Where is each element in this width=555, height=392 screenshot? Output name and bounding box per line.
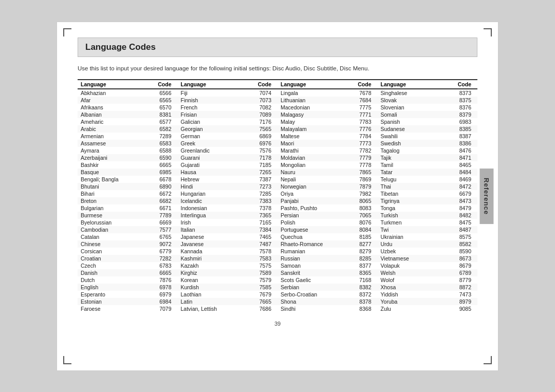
table-row: Sudanese8385 [378, 125, 478, 133]
language-cell: Macedonian [278, 104, 345, 111]
table-row: Greek6976 [178, 140, 278, 147]
language-table-1: LanguageCodeFiji7074Finnish7073French708… [178, 79, 278, 312]
language-cell: Telugu [378, 176, 445, 183]
intro-text: Use this list to input your desired lang… [78, 64, 477, 73]
language-cell: Oriya [278, 190, 345, 197]
language-cell: Estonian [78, 298, 144, 305]
table-row: Singhalese8373 [378, 89, 478, 97]
table-row: Afar6565 [78, 97, 178, 104]
language-cell: Japanese [178, 233, 245, 240]
code-cell: 8076 [345, 219, 377, 226]
table-row: Interlingua7365 [178, 212, 278, 219]
language-cell: Rhaeto-Romance [278, 240, 345, 248]
table-row: Moldavian7779 [278, 154, 378, 161]
code-cell: 8372 [345, 291, 377, 298]
table-row: Hungarian7285 [178, 190, 278, 197]
table-row: Uzbek8590 [378, 248, 478, 255]
code-cell: 7565 [245, 125, 278, 133]
table-row: English6978 [78, 284, 178, 291]
language-cell: Abkhazian [78, 89, 144, 97]
code-cell: 6869 [245, 133, 278, 140]
table-row: Tonga8479 [378, 204, 478, 212]
language-cell: Twi [378, 226, 445, 233]
language-cell: Galician [178, 118, 245, 125]
language-cell: Sanskrit [278, 269, 345, 276]
language-cell: Samoan [278, 262, 345, 269]
table-row: Malayalam7776 [278, 125, 378, 133]
language-cell: Laothian [178, 291, 245, 298]
language-cell: Tatar [378, 169, 445, 176]
table-row: Bashkir6665 [78, 161, 178, 169]
code-cell: 8590 [445, 248, 477, 255]
table-row: Hebrew7387 [178, 176, 278, 183]
language-cell: Irish [178, 219, 245, 226]
table-row: Indonesian7378 [178, 204, 278, 212]
language-cell: Albanian [78, 111, 144, 118]
code-cell: 7073 [245, 97, 278, 104]
code-cell: 6682 [144, 197, 177, 204]
code-cell: 8673 [445, 255, 477, 262]
table-row: Javanese7487 [178, 240, 278, 248]
code-cell: 8185 [345, 233, 377, 240]
table-row: Frisian7089 [178, 111, 278, 118]
code-cell: 8469 [445, 176, 477, 183]
language-cell: Afrikaans [78, 104, 144, 111]
table-row: Yoruba8979 [378, 298, 478, 305]
code-cell: 7583 [245, 255, 278, 262]
table-row: Faroese7079 [78, 305, 178, 312]
table-row: Ukrainian8575 [378, 233, 478, 240]
code-cell: 8379 [445, 111, 477, 118]
code-cell: 8679 [445, 262, 477, 269]
table-row: Samoan8377 [278, 262, 378, 269]
language-cell: Lingala [278, 89, 345, 97]
language-cell: Aymara [78, 147, 144, 154]
code-cell: 7383 [245, 197, 278, 204]
table-row: Slovenian8376 [378, 104, 478, 111]
language-cell: Uzbek [378, 248, 445, 255]
code-cell: 7575 [245, 262, 278, 269]
page-container: Reference Language Codes Use this list t… [57, 22, 498, 371]
table-row: Portuguese8084 [278, 226, 378, 233]
language-cell: Tigrinya [378, 197, 445, 204]
table-row: Bengali; Bangla6678 [78, 176, 178, 183]
code-cell: 8386 [445, 140, 477, 147]
table-row: Lingala7678 [278, 89, 378, 97]
language-cell: Polish [278, 219, 345, 226]
language-cell: Assamese [78, 140, 144, 147]
language-cell: Turkish [378, 212, 445, 219]
language-cell: Chinese [78, 240, 144, 248]
code-cell: 7585 [245, 284, 278, 291]
table-container: LanguageCodeAbkhazian6566Afar6565Afrikaa… [78, 79, 477, 312]
code-cell: 8083 [345, 204, 377, 212]
page-number: 39 [78, 321, 477, 327]
language-cell: Scots Gaelic [278, 276, 345, 284]
language-cell: Wolof [378, 276, 445, 284]
language-cell: Byelorussian [78, 219, 144, 226]
code-cell: 7578 [245, 248, 278, 255]
language-cell: Guarani [178, 154, 245, 161]
language-cell: Maltese [278, 133, 345, 140]
code-cell: 7684 [345, 97, 377, 104]
table-row: Ameharic6577 [78, 118, 178, 125]
language-cell: Latvian, Lettish [178, 305, 245, 312]
code-cell: 6979 [144, 291, 177, 298]
language-cell: Swahili [378, 133, 445, 140]
table-row: Sindhi8368 [278, 305, 378, 312]
table-row: Vietnamese8673 [378, 255, 478, 262]
language-cell: Fiji [178, 89, 245, 97]
language-cell: Burmese [78, 212, 144, 219]
reference-tab: Reference [480, 169, 494, 224]
table-row: Japanese7465 [178, 233, 278, 240]
language-cell: Icelandic [178, 197, 245, 204]
code-cell: 8285 [345, 255, 377, 262]
code-cell: 6672 [144, 190, 177, 197]
language-cell: Xhosa [378, 284, 445, 291]
language-cell: Georgian [178, 125, 245, 133]
language-cell: Quechua [278, 233, 345, 240]
code-cell: 7577 [144, 226, 177, 233]
language-cell: Catalan [78, 233, 144, 240]
language-cell: Kashmiri [178, 255, 245, 262]
code-cell: 8375 [445, 97, 477, 104]
table-row: Latin7665 [178, 298, 278, 305]
language-cell: Swedish [378, 140, 445, 147]
